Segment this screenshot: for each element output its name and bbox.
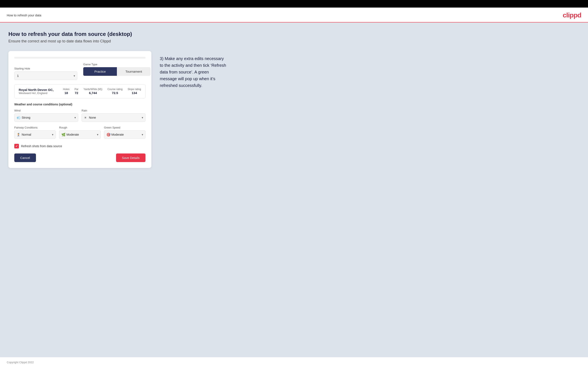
rain-field: Rain ☀ None Light Heavy ▾ <box>82 109 146 122</box>
cancel-button[interactable]: Cancel <box>14 153 36 162</box>
header-title: How to refresh your data <box>7 13 41 17</box>
content-area: How to refresh your data from source (de… <box>0 23 588 357</box>
game-type-tabs: Practice Tournament <box>83 67 150 76</box>
rain-label: Rain <box>82 109 146 112</box>
slope-rating-label: Slope rating <box>128 88 141 91</box>
green-speed-select[interactable]: Moderate Fast Slow <box>104 131 145 139</box>
tournament-tab[interactable]: Tournament <box>117 67 150 76</box>
wind-label: Wind <box>14 109 78 112</box>
fairway-select[interactable]: Normal Soft Hard <box>15 131 55 139</box>
footer-copyright: Copyright Clippd 2022 <box>7 361 34 364</box>
header: How to refresh your data clippd <box>0 8 588 23</box>
par-value: 72 <box>75 91 78 95</box>
par-label: Par <box>74 88 78 91</box>
right-column: 3) Make any extra edits necessary to the… <box>160 51 227 351</box>
checkmark-icon: ✓ <box>15 144 18 148</box>
two-column-layout: Starting Hole 1 2 10 ▾ Ga <box>9 51 579 351</box>
holes-label: Holes <box>63 88 69 91</box>
left-column: Starting Hole 1 2 10 ▾ Ga <box>9 51 151 351</box>
fairway-select-wrapper: 🏌 Normal Soft Hard ▾ <box>14 130 56 139</box>
course-rating-label: Course rating <box>107 88 122 91</box>
holes-value: 18 <box>65 91 68 95</box>
top-bar <box>0 0 588 8</box>
yards-label: Yards/White (M)) <box>83 88 102 91</box>
starting-hole-wrapper: 1 2 10 ▾ <box>14 71 77 80</box>
rough-select[interactable]: Moderate Light Heavy <box>59 131 100 139</box>
course-rating-value: 72.5 <box>112 91 118 95</box>
instruction-text: 3) Make any extra edits necessary to the… <box>160 55 227 89</box>
par-stat: Par 72 <box>74 88 78 95</box>
rain-select[interactable]: None Light Heavy <box>82 114 145 122</box>
rough-field: Rough 🌿 Moderate Light Heavy ▾ <box>59 126 101 139</box>
refresh-checkbox[interactable]: ✓ <box>14 144 19 149</box>
green-speed-select-wrapper: 🎯 Moderate Fast Slow ▾ <box>104 130 146 139</box>
fairway-field: Fairway Conditions 🏌 Normal Soft Hard ▾ <box>14 126 56 139</box>
course-name: Royal North Devon GC, <box>19 88 59 92</box>
footer: Copyright Clippd 2022 <box>0 357 588 367</box>
rain-select-wrapper: ☀ None Light Heavy ▾ <box>82 113 146 122</box>
conditions-grid-top: Wind 💨 Strong Light None ▾ <box>14 109 146 122</box>
wind-field: Wind 💨 Strong Light None ▾ <box>14 109 78 122</box>
course-name-block: Royal North Devon GC, Westward Ho!, Engl… <box>19 88 59 95</box>
wind-select-wrapper: 💨 Strong Light None ▾ <box>14 113 78 122</box>
game-type-label: Game Type <box>83 63 150 66</box>
conditions-section-title: Weather and course conditions (optional) <box>14 103 146 106</box>
course-stats: Holes 18 Par 72 Yards/White (M)) 6,744 <box>63 88 141 95</box>
rough-label: Rough <box>59 126 101 129</box>
page-subtitle: Ensure the correct and most up to date d… <box>9 39 579 43</box>
course-location: Westward Ho!, England <box>19 92 59 95</box>
top-section: Starting Hole 1 2 10 ▾ Ga <box>14 63 146 80</box>
form-card: Starting Hole 1 2 10 ▾ Ga <box>9 51 151 168</box>
page-title: How to refresh your data from source (de… <box>9 31 579 37</box>
conditions-grid-bottom: Fairway Conditions 🏌 Normal Soft Hard ▾ <box>14 126 146 139</box>
card-top-bar <box>14 57 146 58</box>
refresh-checkbox-row: ✓ Refresh shots from data source <box>14 144 146 149</box>
main-container: How to refresh your data clippd How to r… <box>0 8 588 367</box>
save-button[interactable]: Save Details <box>116 153 146 162</box>
game-type-section: Game Type Practice Tournament <box>83 63 150 80</box>
holes-stat: Holes 18 <box>63 88 69 95</box>
slope-rating-stat: Slope rating 134 <box>128 88 141 95</box>
buttons-row: Cancel Save Details <box>14 153 146 162</box>
starting-hole-label: Starting Hole <box>14 67 77 70</box>
slope-rating-value: 134 <box>132 91 137 95</box>
practice-tab[interactable]: Practice <box>83 67 117 76</box>
green-speed-field: Green Speed 🎯 Moderate Fast Slow ▾ <box>104 126 146 139</box>
rough-select-wrapper: 🌿 Moderate Light Heavy ▾ <box>59 130 101 139</box>
yards-stat: Yards/White (M)) 6,744 <box>83 88 102 95</box>
course-info-box: Royal North Devon GC, Westward Ho!, Engl… <box>14 84 146 99</box>
yards-value: 6,744 <box>89 91 97 95</box>
starting-hole-select[interactable]: 1 2 10 <box>15 72 77 80</box>
fairway-label: Fairway Conditions <box>14 126 56 129</box>
green-speed-label: Green Speed <box>104 126 146 129</box>
course-rating-stat: Course rating 72.5 <box>107 88 122 95</box>
starting-hole-section: Starting Hole 1 2 10 ▾ <box>14 67 77 80</box>
refresh-checkbox-label: Refresh shots from data source <box>21 144 62 148</box>
wind-select[interactable]: Strong Light None <box>15 114 78 122</box>
logo: clippd <box>563 11 581 19</box>
